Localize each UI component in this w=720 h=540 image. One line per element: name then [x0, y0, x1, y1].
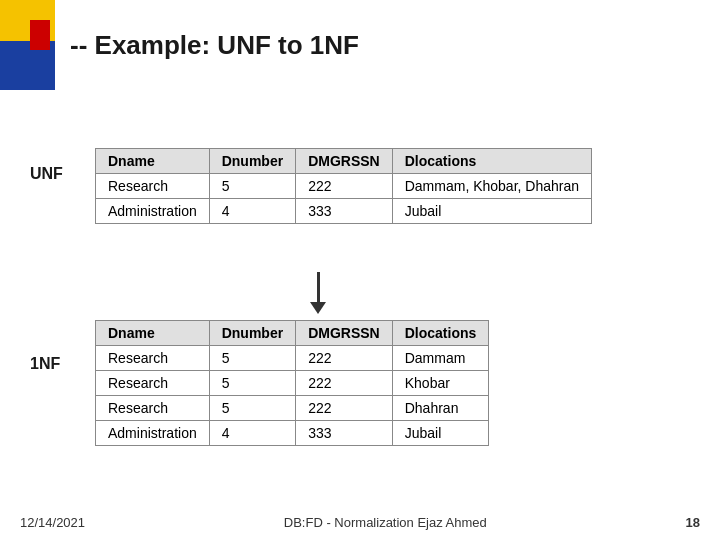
table-row: Research5222Khobar — [96, 371, 489, 396]
table-cell: 222 — [296, 371, 393, 396]
unf-label: UNF — [30, 165, 63, 183]
table-cell: Khobar — [392, 371, 489, 396]
footer-date: 12/14/2021 — [20, 515, 85, 530]
table-cell: Research — [96, 174, 210, 199]
unf-col-dmgrssn: DMGRSSN — [296, 149, 393, 174]
arrow-down — [310, 272, 326, 314]
onf-col-dmgrssn: DMGRSSN — [296, 321, 393, 346]
arrow-head — [310, 302, 326, 314]
table-cell: Administration — [96, 199, 210, 224]
table-row: Administration4333Jubail — [96, 421, 489, 446]
unf-col-dnumber: Dnumber — [209, 149, 295, 174]
accent-red — [30, 20, 50, 50]
unf-col-dlocations: Dlocations — [392, 149, 591, 174]
table-cell: Jubail — [392, 421, 489, 446]
onf-col-dname: Dname — [96, 321, 210, 346]
onf-col-dlocations: Dlocations — [392, 321, 489, 346]
table-row: Administration4333Jubail — [96, 199, 592, 224]
onf-col-dnumber: Dnumber — [209, 321, 295, 346]
table-cell: 5 — [209, 396, 295, 421]
unf-table: Dname Dnumber DMGRSSN Dlocations Researc… — [95, 148, 592, 224]
table-cell: 4 — [209, 421, 295, 446]
footer: 12/14/2021 DB:FD - Normalization Ejaz Ah… — [0, 515, 720, 530]
footer-center: DB:FD - Normalization Ejaz Ahmed — [85, 515, 685, 530]
arrow-line — [317, 272, 320, 302]
table-cell: Research — [96, 371, 210, 396]
table-cell: 222 — [296, 346, 393, 371]
table-cell: 333 — [296, 421, 393, 446]
table-cell: Dhahran — [392, 396, 489, 421]
table-cell: 4 — [209, 199, 295, 224]
table-cell: 333 — [296, 199, 393, 224]
table-cell: 222 — [296, 396, 393, 421]
table-row: Research5222Dammam, Khobar, Dhahran — [96, 174, 592, 199]
unf-col-dname: Dname — [96, 149, 210, 174]
table-cell: Dammam, Khobar, Dhahran — [392, 174, 591, 199]
onf-label: 1NF — [30, 355, 60, 373]
table-cell: Jubail — [392, 199, 591, 224]
table-row: Research5222Dhahran — [96, 396, 489, 421]
table-cell: 5 — [209, 346, 295, 371]
footer-page-number: 18 — [686, 515, 700, 530]
table-cell: Dammam — [392, 346, 489, 371]
table-cell: Administration — [96, 421, 210, 446]
table-cell: Research — [96, 396, 210, 421]
table-cell: 222 — [296, 174, 393, 199]
table-cell: Research — [96, 346, 210, 371]
table-cell: 5 — [209, 174, 295, 199]
page-title: -- Example: UNF to 1NF — [70, 30, 359, 61]
table-row: Research5222Dammam — [96, 346, 489, 371]
onf-table: Dname Dnumber DMGRSSN Dlocations Researc… — [95, 320, 489, 446]
table-cell: 5 — [209, 371, 295, 396]
